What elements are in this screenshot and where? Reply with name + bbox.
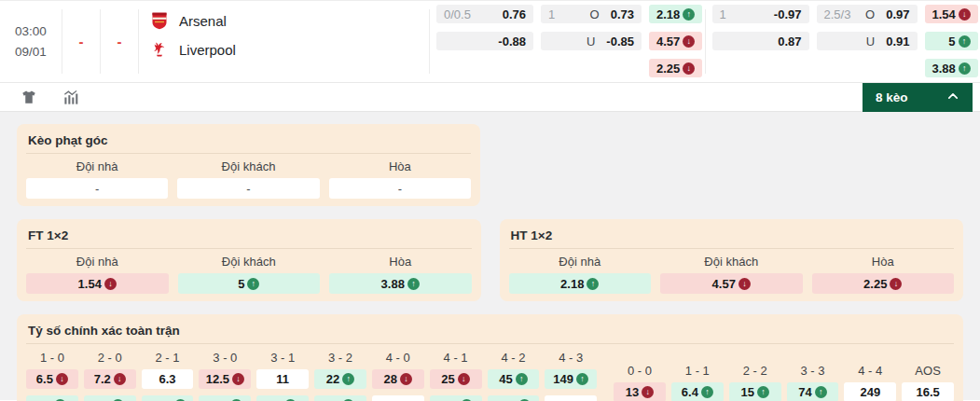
odds-value: 0.76 — [503, 7, 526, 21]
odds-value: 2.25 — [863, 277, 887, 291]
under-odds[interactable]: U 0.91 — [817, 32, 918, 50]
trend-up-icon — [247, 278, 259, 290]
odds-value: 2.18 — [560, 277, 584, 291]
odds-cell[interactable]: 5 — [178, 273, 321, 294]
score-label: 2 - 1 — [142, 351, 194, 365]
trend-down-icon — [890, 278, 902, 290]
odds-cell[interactable]: 15 — [729, 382, 781, 401]
score-label: 4 - 1 — [430, 351, 482, 365]
odds-cell[interactable]: 6.3 — [142, 369, 194, 389]
odds-cell[interactable]: 2.18 — [509, 273, 652, 294]
under-odds[interactable]: U -0.85 — [541, 32, 642, 50]
odds-cell[interactable]: 6.4 — [671, 382, 724, 401]
trend-up-icon — [701, 386, 713, 398]
score-column-draw: 0 - 0 13 — [614, 351, 666, 401]
trend-down-icon — [738, 278, 751, 290]
odds-cell[interactable]: 109 — [199, 395, 251, 401]
odds-value: 3.88 — [381, 277, 405, 291]
odds-cell[interactable]: 7.2 — [84, 369, 136, 389]
over-odds[interactable]: 2.5/3 O 0.97 — [817, 5, 918, 23]
trend-down-icon — [959, 8, 971, 21]
trend-up-icon — [757, 386, 769, 398]
expanded-odds-section: Kèo phạt góc Đội nhà - Đội khách - Hòa - — [0, 112, 980, 400]
odds-cell[interactable]: 14 — [26, 395, 78, 401]
handicap-away-odds[interactable]: 0.87 — [712, 32, 809, 50]
1x2-draw-odds[interactable]: 3.88 — [925, 59, 978, 77]
odds-cell[interactable]: 15.5 — [142, 395, 194, 401]
odds-value: 6.4 — [682, 385, 698, 399]
odds-value: 0.73 — [611, 7, 634, 21]
handicap-home-odds[interactable]: 1 -0.97 — [712, 5, 809, 23]
over-odds[interactable]: 1 O 0.73 — [541, 5, 642, 23]
score-column: 2 - 0 7.2 33 — [84, 351, 136, 401]
odds-cell[interactable]: 12.5 — [199, 369, 251, 389]
odds-cell[interactable]: 1.54 — [26, 273, 169, 294]
1x2-away-odds[interactable]: 4.57 — [649, 32, 702, 50]
ht-1x2-panel: HT 1×2 Đội nhà 2.18 Đội khách 4.57 — [500, 219, 964, 301]
odds-value: -0.97 — [774, 7, 802, 21]
odds-cell[interactable]: 54 — [256, 395, 309, 401]
odds-cell[interactable]: 3.88 — [329, 273, 472, 294]
odds-cell[interactable]: 45 — [488, 369, 540, 389]
under-label: U — [587, 35, 595, 48]
away-team-row[interactable]: Liverpool — [150, 40, 429, 59]
odds-cell[interactable]: 28 — [372, 369, 424, 389]
odds-cell[interactable]: 249 — [545, 395, 597, 401]
column-header: Hòa — [812, 255, 955, 269]
trend-down-icon — [642, 386, 654, 398]
trend-down-icon — [232, 373, 244, 385]
over-label: O — [590, 7, 600, 21]
1x2-draw-odds[interactable]: 2.25 — [649, 59, 702, 77]
trend-up-icon — [959, 35, 971, 48]
score-column: 4 - 2 45 229 — [488, 351, 540, 401]
score-label: 4 - 4 — [844, 364, 896, 378]
1x2-home-odds[interactable]: 1.54 — [925, 5, 978, 23]
odds-cell[interactable]: 4.57 — [660, 273, 803, 294]
odds-cell[interactable]: 149 — [545, 369, 597, 389]
1x2-away-odds[interactable]: 5 — [925, 32, 978, 50]
score-column: 4 - 0 28 249 — [372, 351, 424, 401]
odds-cell[interactable]: 249 — [844, 382, 896, 401]
odds-count-toggle[interactable]: 8 kèo — [863, 83, 973, 112]
1x2-home-odds[interactable]: 2.18 — [649, 5, 702, 23]
odds-cell[interactable]: 234 — [430, 395, 482, 401]
odds-cell[interactable]: 2.25 — [812, 273, 955, 294]
odds-cell[interactable]: 11 — [256, 369, 309, 389]
odds-cell[interactable]: - — [26, 178, 168, 199]
header-odds: 0/0.5 0.76 -0.88 1 O 0.73 U -0.85 — [430, 1, 980, 82]
odds-value: 2.25 — [656, 62, 680, 76]
home-team-row[interactable]: Arsenal — [150, 11, 429, 30]
odds-cell[interactable]: 16.5 — [902, 382, 954, 401]
odds-chart-icon[interactable] — [62, 88, 80, 106]
chevron-up-icon — [946, 90, 959, 105]
trend-up-icon — [959, 62, 971, 75]
odds-value: 13 — [626, 385, 639, 399]
odds-value: 16.5 — [916, 385, 939, 399]
trend-up-icon — [342, 373, 354, 385]
home-score: - — [62, 1, 100, 82]
odds-cell[interactable]: - — [329, 178, 471, 199]
odds-value: 6.5 — [36, 372, 53, 386]
handicap-away-odds[interactable]: -0.88 — [436, 32, 533, 50]
odds-cell[interactable]: 22 — [314, 369, 366, 389]
odds-cell[interactable]: 229 — [488, 395, 540, 401]
odds-cell[interactable]: 249 — [372, 395, 424, 401]
score-column: 3 - 2 22 49 — [314, 351, 366, 401]
odds-cell[interactable]: 74 — [787, 382, 839, 401]
odds-value: 3.88 — [932, 62, 956, 76]
score-column: 4 - 3 149 249 — [545, 351, 597, 401]
score-column-draw: 1 - 1 6.4 — [671, 351, 724, 401]
odds-cell[interactable]: 49 — [314, 395, 366, 401]
odds-cell[interactable]: 25 — [430, 369, 482, 389]
odds-group-1: 0/0.5 0.76 -0.88 1 O 0.73 U -0.85 — [430, 1, 705, 82]
odds-cell[interactable]: 13 — [614, 382, 666, 401]
jersey-icon[interactable] — [20, 88, 38, 106]
odds-value: 1.54 — [78, 277, 102, 291]
panel-title: Tỷ số chính xác toàn trận — [26, 322, 954, 344]
handicap-home-odds[interactable]: 0/0.5 0.76 — [436, 5, 533, 23]
odds-cell[interactable]: 33 — [84, 395, 136, 401]
odds-value: 4.57 — [712, 277, 736, 291]
odds-cell[interactable]: 6.5 — [26, 369, 78, 389]
odds-value: 5 — [238, 277, 244, 291]
odds-cell[interactable]: - — [177, 178, 319, 199]
